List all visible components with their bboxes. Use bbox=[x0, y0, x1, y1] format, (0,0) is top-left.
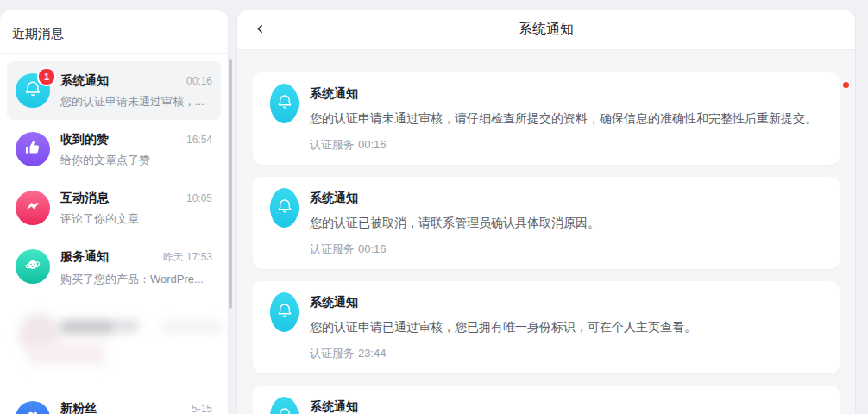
bell-avatar bbox=[270, 188, 299, 228]
notification-body: 您的认证已被取消，请联系管理员确认具体取消原因。 bbox=[310, 214, 822, 231]
notification-title: 系统通知 bbox=[310, 84, 822, 101]
notification-meta: 认证服务00:16 bbox=[310, 138, 822, 152]
notification-time: 23:44 bbox=[358, 347, 387, 360]
redacted-text bbox=[116, 320, 138, 332]
bell-avatar bbox=[270, 292, 299, 332]
bell-avatar bbox=[270, 84, 299, 123]
notification-source: 认证服务 bbox=[310, 138, 355, 151]
message-list-item[interactable]: 收到的赞 16:54 给你的文章点了赞 bbox=[7, 120, 221, 179]
bell-icon bbox=[276, 406, 293, 414]
avatar: 1 bbox=[16, 73, 50, 108]
notification-card[interactable]: 系统通知 您的认证申请已通过审核，您已拥有唯一身份标识，可在个人主页查看。 认证… bbox=[253, 281, 840, 373]
redacted-time bbox=[162, 322, 221, 332]
notification-title: 系统通知 bbox=[310, 292, 822, 310]
message-list-item[interactable]: 新粉丝 5-15 关注了你 bbox=[7, 389, 221, 414]
page-title: 系统通知 bbox=[519, 21, 574, 39]
unread-indicator-dot bbox=[843, 82, 849, 88]
notification-list: 系统通知 您的认证申请未通过审核，请仔细检查所提交的资料，确保信息的准确性和完整… bbox=[237, 50, 855, 414]
messenger-bolt-icon bbox=[23, 197, 42, 219]
thumbs-up-icon bbox=[23, 138, 42, 160]
notification-body: 您的认证申请已通过审核，您已拥有唯一身份标识，可在个人主页查看。 bbox=[310, 318, 822, 336]
message-preview: 评论了你的文章 bbox=[60, 212, 212, 225]
notification-time: 00:16 bbox=[358, 242, 387, 255]
message-time: 16:54 bbox=[186, 134, 212, 146]
notification-card[interactable]: 系统通知 您的认证已被取消，请联系管理员确认具体取消原因。 认证服务00:16 bbox=[253, 177, 840, 269]
message-preview: 给你的文章点了赞 bbox=[60, 154, 212, 166]
message-time: 昨天 17:53 bbox=[163, 250, 212, 265]
message-time: 5-15 bbox=[192, 403, 212, 414]
notification-card[interactable]: 系统通知 bbox=[253, 386, 840, 414]
redacted-content bbox=[16, 310, 212, 370]
back-button[interactable] bbox=[248, 10, 271, 49]
redacted-title bbox=[60, 320, 114, 334]
notification-detail-panel: 系统通知 系统通知 您的认证申请未通过审核，请仔细检查所提交的资料，确保信息的准… bbox=[237, 10, 855, 414]
message-preview: 您的认证申请未通过审核，... bbox=[60, 95, 212, 108]
unread-count-badge: 1 bbox=[37, 67, 56, 86]
message-title: 系统通知 bbox=[60, 73, 109, 87]
redacted-preview bbox=[28, 342, 105, 365]
notification-meta: 认证服务00:16 bbox=[310, 242, 822, 256]
message-list-item-redacted[interactable] bbox=[7, 298, 221, 389]
notification-card[interactable]: 系统通知 您的认证申请未通过审核，请仔细检查所提交的资料，确保信息的准确性和完整… bbox=[253, 72, 840, 165]
notification-body: 您的认证申请未通过审核，请仔细检查所提交的资料，确保信息的准确性和完整性后重新提… bbox=[310, 110, 822, 127]
message-time: 00:16 bbox=[186, 75, 212, 87]
bell-icon bbox=[276, 93, 293, 114]
message-list: 1 系统通知 00:16 您的认证申请未通过审核，... 收到的赞 16:54 … bbox=[0, 54, 228, 414]
bell-icon bbox=[276, 198, 293, 218]
notification-title: 系统通知 bbox=[310, 188, 822, 205]
avatar bbox=[16, 401, 50, 414]
message-title: 收到的赞 bbox=[60, 132, 109, 146]
notification-source: 认证服务 bbox=[310, 347, 355, 360]
message-title: 新粉丝 bbox=[60, 401, 97, 414]
bell-avatar bbox=[270, 397, 299, 414]
planet-icon bbox=[23, 255, 42, 278]
message-list-item[interactable]: 互动消息 10:05 评论了你的文章 bbox=[7, 179, 221, 237]
avatar bbox=[16, 249, 50, 284]
chevron-left-icon bbox=[255, 22, 266, 38]
notification-title: 系统通知 bbox=[310, 397, 822, 414]
detail-header: 系统通知 bbox=[237, 10, 855, 50]
followers-icon bbox=[23, 407, 42, 414]
sidebar-title: 近期消息 bbox=[0, 10, 228, 54]
avatar bbox=[16, 191, 50, 225]
message-time: 10:05 bbox=[186, 192, 212, 204]
notification-time: 00:16 bbox=[358, 138, 387, 151]
sidebar-scrollbar[interactable] bbox=[229, 59, 232, 309]
bell-icon bbox=[276, 302, 293, 323]
message-preview: 购买了您的产品：WordPre... bbox=[60, 273, 212, 285]
notification-meta: 认证服务23:44 bbox=[310, 347, 822, 361]
message-list-item[interactable]: 服务通知 昨天 17:53 购买了您的产品：WordPre... bbox=[7, 237, 221, 298]
message-title: 互动消息 bbox=[60, 191, 109, 204]
notification-source: 认证服务 bbox=[310, 242, 355, 255]
message-title: 服务通知 bbox=[60, 249, 109, 263]
avatar bbox=[16, 132, 50, 166]
recent-messages-panel: 近期消息 1 系统通知 00:16 您的认证申请未通过审核，... 收到的赞 1… bbox=[0, 10, 228, 414]
message-list-item[interactable]: 1 系统通知 00:16 您的认证申请未通过审核，... bbox=[7, 61, 221, 120]
